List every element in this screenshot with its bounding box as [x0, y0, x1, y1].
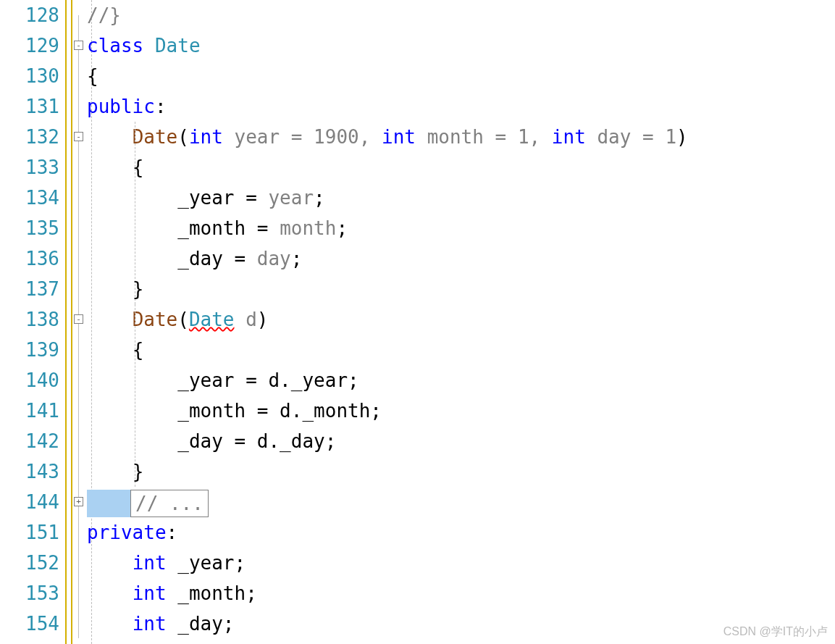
code-line: // ...	[87, 487, 835, 517]
selection-highlight	[87, 490, 130, 517]
line-number: 153	[0, 578, 59, 609]
code-line: _month = d._month;	[87, 396, 835, 426]
line-number-gutter: 128 129 130 131 132 133 134 135 136 137 …	[0, 0, 65, 644]
fold-collapse-icon[interactable]: -	[74, 314, 83, 324]
fold-column: - - - +	[72, 0, 87, 644]
line-number: 152	[0, 548, 59, 578]
line-number: 140	[0, 365, 59, 396]
line-number: 131	[0, 91, 59, 122]
code-line: {	[87, 335, 835, 365]
line-number: 135	[0, 213, 59, 243]
code-line: _month = month;	[87, 213, 835, 243]
code-line: class Date	[87, 30, 835, 61]
collapsed-region[interactable]: // ...	[130, 490, 209, 517]
line-number: 137	[0, 274, 59, 304]
line-number: 141	[0, 396, 59, 426]
fold-collapse-icon[interactable]: -	[74, 41, 83, 50]
line-number: 151	[0, 517, 59, 548]
code-line: public:	[87, 91, 835, 122]
fold-expand-icon[interactable]: +	[74, 497, 83, 506]
code-line: }	[87, 274, 835, 304]
code-editor[interactable]: 128 129 130 131 132 133 134 135 136 137 …	[0, 0, 835, 644]
code-line: Date(int year = 1900, int month = 1, int…	[87, 122, 835, 152]
line-number: 129	[0, 30, 59, 61]
line-number: 139	[0, 335, 59, 365]
line-number: 136	[0, 243, 59, 274]
code-line: _day = day;	[87, 243, 835, 274]
fold-collapse-icon[interactable]: -	[74, 132, 83, 141]
code-line: private:	[87, 517, 835, 548]
code-line: _year = d._year;	[87, 365, 835, 396]
line-number: 128	[0, 0, 59, 30]
line-number: 138	[0, 304, 59, 335]
code-line: int _year;	[87, 548, 835, 578]
code-line: }	[87, 456, 835, 487]
code-text-area[interactable]: //} class Date { public: Date(int year =…	[87, 0, 835, 644]
watermark: CSDN @学IT的小卢	[723, 624, 828, 640]
code-line: Date(Date d)	[87, 304, 835, 335]
code-line: {	[87, 152, 835, 183]
line-number: 134	[0, 183, 59, 213]
line-number: 144	[0, 487, 59, 517]
line-number: 133	[0, 152, 59, 183]
code-line: int _month;	[87, 578, 835, 609]
line-number: 130	[0, 61, 59, 91]
code-line: {	[87, 61, 835, 91]
error-squiggle[interactable]: Date	[189, 309, 235, 330]
change-margin	[65, 0, 72, 644]
line-number: 143	[0, 456, 59, 487]
code-line: _day = d._day;	[87, 426, 835, 456]
code-line: _year = year;	[87, 183, 835, 213]
line-number: 154	[0, 609, 59, 639]
code-line: //}	[87, 0, 835, 30]
line-number: 142	[0, 426, 59, 456]
line-number: 132	[0, 122, 59, 152]
